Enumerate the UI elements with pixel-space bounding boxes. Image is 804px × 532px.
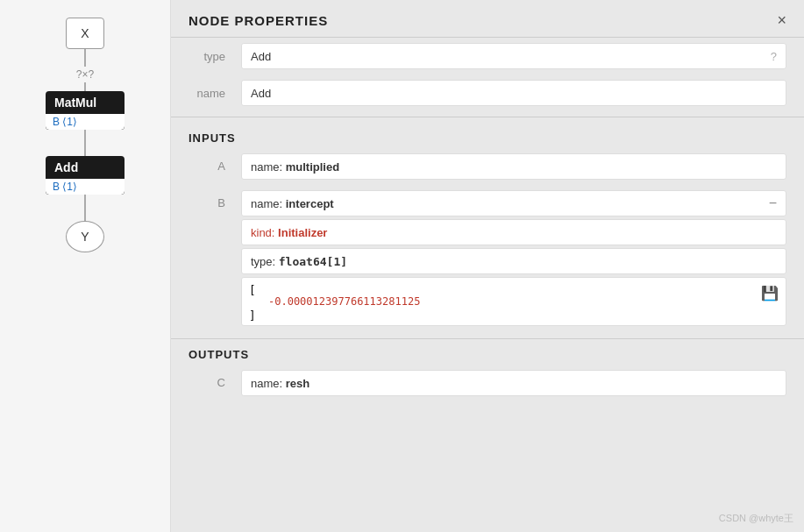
input-b-group: B name: intercept − kind: Initializer ty… bbox=[171, 187, 804, 330]
graph-canvas: X ?×? MatMul B ⟨1⟩ Add B ⟨1⟩ Y bbox=[0, 0, 171, 532]
node-add-title: Add bbox=[46, 156, 125, 179]
watermark: CSDN @whyte王 bbox=[719, 512, 793, 525]
node-add[interactable]: Add B ⟨1⟩ bbox=[46, 156, 125, 195]
input-b-name-text: name: intercept bbox=[251, 197, 334, 210]
output-c-name-value: resh bbox=[286, 377, 310, 390]
name-value: Add bbox=[251, 87, 271, 100]
input-b-type-value: float64[1] bbox=[279, 255, 347, 268]
input-b-kind-value: Initializer bbox=[278, 226, 327, 239]
input-a-name-value: multiplied bbox=[286, 160, 339, 174]
input-a-name-label: name: multiplied bbox=[251, 160, 339, 174]
node-y[interactable]: Y bbox=[66, 221, 104, 252]
connector-line-3 bbox=[84, 130, 86, 156]
panel-title: NODE PROPERTIES bbox=[189, 13, 328, 28]
input-b-array-box: [ -0.000012397766113281125 ] 💾 bbox=[241, 277, 786, 326]
node-matmul[interactable]: MatMul B ⟨1⟩ bbox=[46, 91, 125, 130]
outputs-heading: OUTPUTS bbox=[171, 339, 804, 366]
input-b-name-row: name: intercept − bbox=[241, 190, 786, 216]
name-row: name Add bbox=[171, 74, 804, 111]
input-b-name-value: intercept bbox=[286, 197, 334, 210]
connector-line-2 bbox=[84, 82, 86, 91]
node-add-sub: B ⟨1⟩ bbox=[46, 179, 125, 195]
input-b-type-text: type: float64[1] bbox=[251, 255, 347, 268]
input-b-type-row: type: float64[1] bbox=[241, 248, 786, 274]
type-value-box: Add ? bbox=[241, 43, 786, 69]
input-b-minus-btn[interactable]: − bbox=[769, 195, 777, 211]
output-c-letter: C bbox=[189, 370, 241, 389]
node-y-label: Y bbox=[81, 230, 89, 244]
close-button[interactable]: × bbox=[777, 12, 786, 28]
node-x[interactable]: X bbox=[66, 18, 104, 49]
node-x-label: X bbox=[81, 26, 89, 40]
input-b-kind-text: kind: Initializer bbox=[251, 226, 327, 239]
node-matmul-sub: B ⟨1⟩ bbox=[46, 114, 125, 130]
type-row: type Add ? bbox=[171, 38, 804, 74]
inputs-heading: INPUTS bbox=[171, 123, 804, 150]
connector-line-1 bbox=[84, 49, 86, 67]
node-matmul-title: MatMul bbox=[46, 91, 125, 114]
input-a-group: A name: multiplied bbox=[171, 150, 804, 183]
node-x-container: X ?×? MatMul B ⟨1⟩ Add B ⟨1⟩ Y bbox=[46, 18, 125, 252]
type-help[interactable]: ? bbox=[771, 50, 777, 63]
output-c-group: C name: resh bbox=[171, 366, 804, 400]
input-b-letter: B bbox=[189, 190, 241, 209]
input-a-letter: A bbox=[189, 153, 241, 173]
save-icon[interactable]: 💾 bbox=[761, 285, 779, 301]
input-a-content: name: multiplied bbox=[241, 153, 786, 180]
properties-panel: NODE PROPERTIES × type Add ? name Add IN… bbox=[171, 0, 804, 532]
output-c-name-row: name: resh bbox=[241, 370, 786, 396]
input-b-kind-row: kind: Initializer bbox=[241, 219, 786, 245]
output-c-content: name: resh bbox=[241, 370, 786, 396]
input-b-content: name: intercept − kind: Initializer type… bbox=[241, 190, 786, 326]
name-value-box: Add bbox=[241, 80, 786, 106]
array-open: [ bbox=[251, 282, 777, 295]
array-close: ] bbox=[251, 308, 777, 321]
connector-label: ?×? bbox=[76, 68, 94, 81]
name-label: name bbox=[189, 87, 241, 100]
array-value: -0.000012397766113281125 bbox=[251, 295, 777, 308]
input-a-name-row: name: multiplied bbox=[241, 153, 786, 180]
panel-header: NODE PROPERTIES × bbox=[171, 0, 804, 37]
output-c-name-text: name: resh bbox=[251, 377, 310, 390]
type-label: type bbox=[189, 50, 241, 63]
connector-line-4 bbox=[84, 195, 86, 221]
inputs-divider bbox=[171, 117, 804, 117]
type-value: Add bbox=[251, 50, 271, 63]
